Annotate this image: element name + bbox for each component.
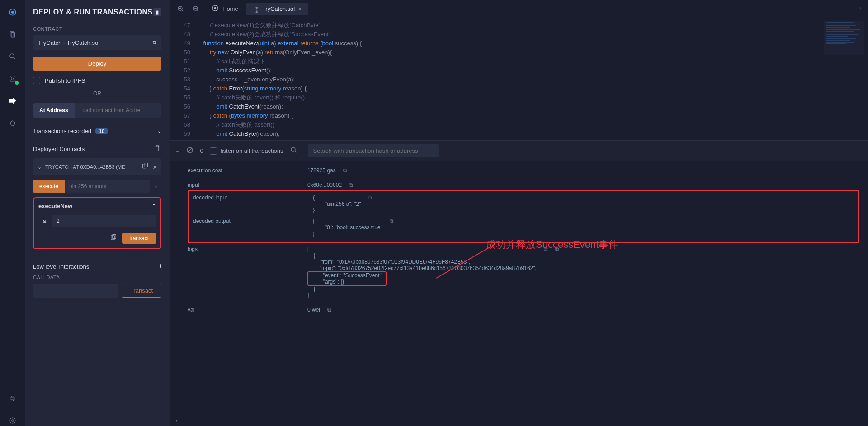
search-icon[interactable]	[290, 146, 298, 156]
main-area: ↔ Home TryCatch.sol × 474849505152535455…	[170, 0, 868, 426]
tx-count-badge: 10	[95, 128, 108, 134]
svg-line-7	[10, 123, 11, 123]
annotation-text: 成功并释放SuccessEvent事件	[486, 238, 618, 251]
settings-icon[interactable]	[7, 415, 18, 426]
solidity-icon	[253, 6, 259, 12]
decoded-section-highlight: decoded input { "uint256 a": "2" }⧉ deco…	[188, 190, 859, 243]
home-icon	[211, 4, 219, 14]
exec-cost-value: 178925 gas	[307, 167, 336, 174]
transact-button[interactable]: transact	[122, 233, 156, 244]
plugin-manager-icon[interactable]	[7, 393, 18, 404]
copy-icon[interactable]	[109, 234, 118, 243]
listen-all-label: listen on all transactions	[221, 147, 283, 154]
svg-point-10	[11, 420, 14, 422]
calldata-input[interactable]	[33, 284, 118, 298]
pending-tx-count: 0	[200, 147, 203, 154]
decoded-input-label: decoded input	[193, 194, 313, 201]
decoded-input-value: { "uint256 a": "2" }	[313, 194, 361, 213]
zoom-in-icon[interactable]	[174, 2, 188, 16]
or-divider: OR	[33, 90, 161, 97]
copy-icon[interactable]	[141, 162, 149, 171]
deploy-run-panel: DEPLOY & RUN TRANSACTIONS ▮ CONTRACT Try…	[25, 0, 170, 426]
decoded-output-label: decoded output	[193, 218, 313, 224]
logs-value: [ { "from": "0xDA0bab807633f07f013f94DD0…	[307, 246, 537, 298]
tab-home[interactable]: Home	[205, 1, 245, 16]
at-address-input[interactable]	[75, 103, 161, 118]
publish-ipfs-checkbox[interactable]	[33, 77, 40, 84]
param-a-input[interactable]	[52, 215, 156, 227]
svg-rect-3	[11, 33, 15, 38]
code-content[interactable]: // executeNew(1)会失败并释放`CatchByte` // exe…	[197, 18, 868, 140]
execute-function-button[interactable]: execute	[33, 180, 65, 193]
zoom-out-icon[interactable]	[189, 2, 203, 16]
copy-icon[interactable]: ⧉	[343, 167, 347, 174]
copy-icon[interactable]: ⧉	[327, 307, 331, 313]
copy-icon[interactable]: ⧉	[390, 218, 394, 224]
tab-bar: Home TryCatch.sol ×	[170, 0, 868, 18]
svg-line-8	[14, 123, 15, 123]
deployed-contract-instance[interactable]: ⌄ TRYCATCH AT 0XDA0...42B53 (ME ×	[33, 158, 161, 175]
line-gutter: 4748495051525354555657585960	[170, 18, 197, 140]
info-icon[interactable]: i	[160, 263, 161, 270]
compiler-icon[interactable]	[7, 73, 18, 84]
svg-line-5	[14, 57, 15, 59]
chevron-down-icon: ⌄	[38, 164, 42, 170]
close-icon[interactable]: ×	[153, 163, 157, 171]
val-label: val	[188, 307, 307, 313]
tab-trycatch-sol[interactable]: TryCatch.sol ×	[246, 3, 308, 15]
maximize-icon[interactable]: ↔	[858, 4, 865, 12]
svg-rect-14	[113, 234, 116, 238]
input-value: 0x60e...00002	[307, 182, 342, 188]
executenew-header[interactable]: executeNew ⌃	[38, 203, 156, 209]
svg-line-16	[182, 10, 183, 11]
chevron-down-icon: ⌄	[157, 128, 161, 134]
svg-rect-13	[111, 235, 115, 239]
deploy-button[interactable]: Deploy	[33, 57, 161, 71]
decoded-output-value: { "0": "bool: success true" }	[313, 218, 382, 237]
val-value: 0 wei	[307, 307, 320, 313]
param-a-label: a:	[38, 218, 47, 224]
executenew-section-highlight: executeNew ⌃ a: transact	[33, 197, 161, 249]
logs-label: logs	[188, 246, 307, 252]
at-address-button[interactable]: At Address	[33, 103, 75, 118]
contract-select[interactable]: TryCatch - TryCatch.sol ⇅	[33, 35, 161, 50]
panel-title: DEPLOY & RUN TRANSACTIONS ▮	[33, 8, 161, 16]
copy-icon[interactable]: ⧉	[368, 194, 372, 201]
publish-ipfs-label: Publish to IPFS	[45, 77, 85, 84]
close-tab-icon[interactable]: ×	[298, 5, 302, 13]
terminal-output[interactable]: execution cost 178925 gas⧉ input 0x60e..…	[170, 161, 868, 416]
tx-search-input[interactable]	[308, 144, 439, 157]
trash-icon[interactable]	[153, 144, 161, 154]
terminal-prompt[interactable]: ›	[170, 416, 868, 426]
svg-point-23	[214, 7, 217, 9]
collapse-panel-icon[interactable]: ▮	[153, 8, 161, 16]
chevron-updown-icon: ⇅	[152, 40, 156, 46]
listen-all-checkbox[interactable]	[210, 147, 217, 155]
contract-label: CONTRACT	[33, 26, 161, 32]
terminal-toolbar: ≡ 0 listen on all transactions	[170, 140, 868, 161]
debugger-icon[interactable]	[7, 118, 18, 128]
remix-logo-icon[interactable]	[7, 7, 18, 18]
execute-param-input[interactable]	[65, 180, 150, 193]
input-label: input	[188, 182, 307, 188]
minimap[interactable]	[824, 21, 864, 55]
transact-lowlevel-button[interactable]: Transact	[122, 284, 161, 298]
chevron-down-icon[interactable]: ⌄	[150, 180, 161, 193]
lowlevel-header: Low level interactions i	[33, 263, 161, 270]
file-explorer-icon[interactable]	[7, 29, 18, 40]
toggle-terminal-icon[interactable]: ≡	[176, 147, 179, 154]
exec-cost-label: execution cost	[188, 167, 307, 174]
search-icon[interactable]	[7, 51, 18, 62]
clear-terminal-icon[interactable]	[186, 146, 194, 156]
deployed-contracts-header: Deployed Contracts	[33, 144, 161, 154]
code-editor[interactable]: 4748495051525354555657585960 // executeN…	[170, 18, 868, 140]
svg-point-6	[10, 121, 14, 126]
deploy-icon[interactable]	[7, 95, 18, 106]
svg-line-27	[295, 151, 296, 152]
svg-point-4	[10, 54, 14, 58]
svg-rect-11	[143, 164, 146, 168]
transactions-recorded-header[interactable]: Transactions recorded10 ⌄	[33, 128, 161, 134]
copy-icon[interactable]: ⧉	[349, 182, 353, 188]
svg-line-20	[197, 10, 198, 11]
svg-line-25	[188, 148, 192, 152]
